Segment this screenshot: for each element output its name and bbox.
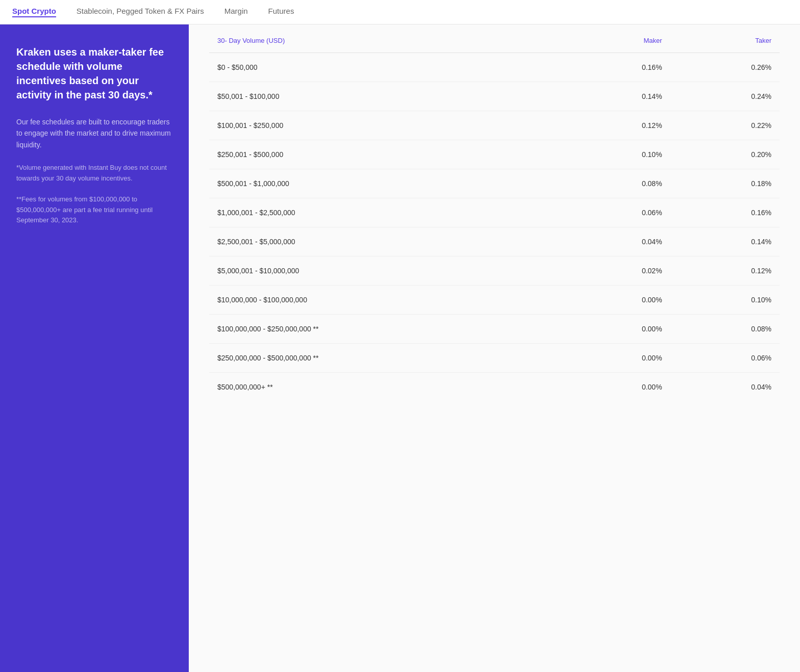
column-header-volume: 30- Day Volume (USD) bbox=[209, 24, 561, 53]
fee-table-container: 30- Day Volume (USD) Maker Taker $0 - $5… bbox=[189, 24, 800, 672]
fee-table-body: $0 - $50,0000.16%0.26%$50,001 - $100,000… bbox=[209, 53, 780, 402]
column-header-taker: Taker bbox=[670, 24, 780, 53]
cell-volume-4: $500,001 - $1,000,000 bbox=[209, 169, 561, 198]
nav-item-futures[interactable]: Futures bbox=[268, 7, 294, 17]
cell-maker-3: 0.10% bbox=[561, 140, 670, 169]
cell-taker-2: 0.22% bbox=[670, 111, 780, 140]
cell-maker-7: 0.02% bbox=[561, 256, 670, 286]
table-row: $5,000,001 - $10,000,0000.02%0.12% bbox=[209, 256, 780, 286]
table-header-row: 30- Day Volume (USD) Maker Taker bbox=[209, 24, 780, 53]
nav-bar: Spot CryptoStablecoin, Pegged Token & FX… bbox=[0, 0, 800, 24]
cell-volume-11: $500,000,000+ ** bbox=[209, 373, 561, 402]
table-row: $1,000,001 - $2,500,0000.06%0.16% bbox=[209, 198, 780, 227]
cell-maker-8: 0.00% bbox=[561, 286, 670, 315]
cell-maker-11: 0.00% bbox=[561, 373, 670, 402]
sidebar: Kraken uses a maker-taker fee schedule w… bbox=[0, 24, 189, 672]
table-row: $50,001 - $100,0000.14%0.24% bbox=[209, 82, 780, 111]
nav-item-margin[interactable]: Margin bbox=[224, 7, 248, 17]
column-header-maker: Maker bbox=[561, 24, 670, 53]
table-row: $500,000,000+ **0.00%0.04% bbox=[209, 373, 780, 402]
cell-taker-11: 0.04% bbox=[670, 373, 780, 402]
cell-maker-0: 0.16% bbox=[561, 53, 670, 82]
cell-taker-9: 0.08% bbox=[670, 315, 780, 344]
cell-volume-3: $250,001 - $500,000 bbox=[209, 140, 561, 169]
cell-taker-1: 0.24% bbox=[670, 82, 780, 111]
cell-taker-0: 0.26% bbox=[670, 53, 780, 82]
cell-maker-6: 0.04% bbox=[561, 227, 670, 256]
table-row: $2,500,001 - $5,000,0000.04%0.14% bbox=[209, 227, 780, 256]
main-content: Kraken uses a maker-taker fee schedule w… bbox=[0, 24, 800, 672]
nav-item-spot-crypto[interactable]: Spot Crypto bbox=[12, 7, 56, 17]
cell-volume-0: $0 - $50,000 bbox=[209, 53, 561, 82]
sidebar-body: Our fee schedules are built to encourage… bbox=[16, 116, 172, 150]
cell-maker-2: 0.12% bbox=[561, 111, 670, 140]
cell-taker-5: 0.16% bbox=[670, 198, 780, 227]
cell-taker-4: 0.18% bbox=[670, 169, 780, 198]
cell-taker-6: 0.14% bbox=[670, 227, 780, 256]
cell-maker-4: 0.08% bbox=[561, 169, 670, 198]
cell-volume-9: $100,000,000 - $250,000,000 ** bbox=[209, 315, 561, 344]
table-row: $250,000,000 - $500,000,000 **0.00%0.06% bbox=[209, 344, 780, 373]
cell-volume-6: $2,500,001 - $5,000,000 bbox=[209, 227, 561, 256]
table-row: $100,000,000 - $250,000,000 **0.00%0.08% bbox=[209, 315, 780, 344]
cell-maker-9: 0.00% bbox=[561, 315, 670, 344]
cell-maker-5: 0.06% bbox=[561, 198, 670, 227]
cell-maker-1: 0.14% bbox=[561, 82, 670, 111]
nav-item-stablecoin[interactable]: Stablecoin, Pegged Token & FX Pairs bbox=[77, 7, 204, 17]
sidebar-note-2: **Fees for volumes from $100,000,000 to … bbox=[16, 194, 172, 226]
fee-table: 30- Day Volume (USD) Maker Taker $0 - $5… bbox=[209, 24, 780, 401]
table-row: $10,000,000 - $100,000,0000.00%0.10% bbox=[209, 286, 780, 315]
table-row: $250,001 - $500,0000.10%0.20% bbox=[209, 140, 780, 169]
table-row: $0 - $50,0000.16%0.26% bbox=[209, 53, 780, 82]
cell-volume-5: $1,000,001 - $2,500,000 bbox=[209, 198, 561, 227]
cell-volume-1: $50,001 - $100,000 bbox=[209, 82, 561, 111]
cell-volume-8: $10,000,000 - $100,000,000 bbox=[209, 286, 561, 315]
cell-taker-10: 0.06% bbox=[670, 344, 780, 373]
cell-taker-7: 0.12% bbox=[670, 256, 780, 286]
sidebar-heading: Kraken uses a maker-taker fee schedule w… bbox=[16, 45, 172, 102]
cell-volume-7: $5,000,001 - $10,000,000 bbox=[209, 256, 561, 286]
cell-maker-10: 0.00% bbox=[561, 344, 670, 373]
cell-volume-10: $250,000,000 - $500,000,000 ** bbox=[209, 344, 561, 373]
table-row: $500,001 - $1,000,0000.08%0.18% bbox=[209, 169, 780, 198]
cell-volume-2: $100,001 - $250,000 bbox=[209, 111, 561, 140]
sidebar-note-1: *Volume generated with Instant Buy does … bbox=[16, 163, 172, 184]
cell-taker-8: 0.10% bbox=[670, 286, 780, 315]
table-row: $100,001 - $250,0000.12%0.22% bbox=[209, 111, 780, 140]
cell-taker-3: 0.20% bbox=[670, 140, 780, 169]
